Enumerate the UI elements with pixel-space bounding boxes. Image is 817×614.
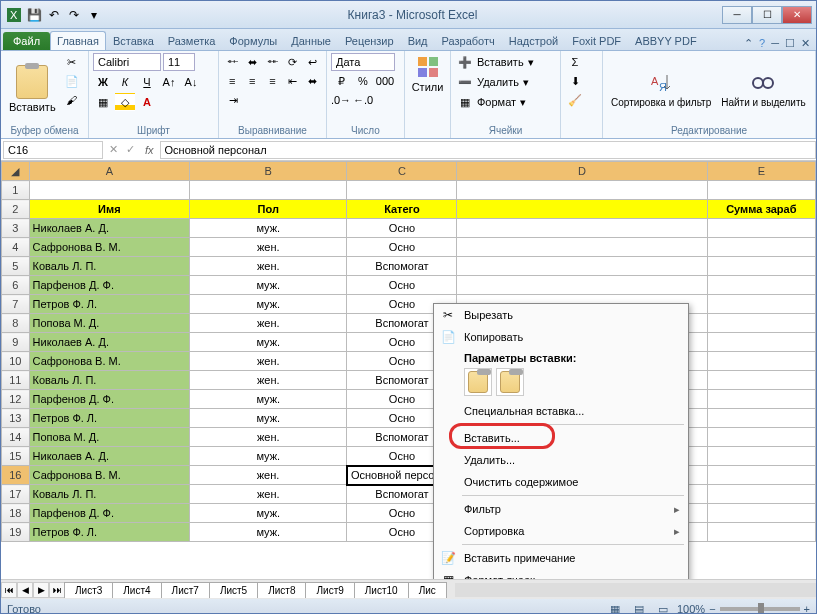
bold-icon[interactable]: Ж (93, 73, 113, 91)
zoom-level[interactable]: 100% (677, 603, 705, 614)
grow-font-icon[interactable]: A↑ (159, 73, 179, 91)
autosum-icon[interactable]: Σ (565, 53, 585, 71)
cell[interactable] (707, 219, 815, 238)
view-layout-icon[interactable]: ▤ (629, 600, 649, 614)
col-header[interactable]: C (347, 162, 457, 181)
row-header[interactable]: 10 (2, 352, 30, 371)
col-header[interactable]: B (190, 162, 347, 181)
file-tab[interactable]: Файл (3, 32, 50, 50)
tab-foxit[interactable]: Foxit PDF (565, 31, 628, 50)
tab-review[interactable]: Рецензир (338, 31, 401, 50)
merge-icon[interactable]: ⬌ (304, 72, 322, 90)
nav-prev-icon[interactable]: ◀ (17, 582, 33, 598)
border-icon[interactable]: ▦ (93, 93, 113, 111)
horizontal-scrollbar[interactable] (455, 583, 816, 597)
cell[interactable] (707, 523, 815, 542)
tab-developer[interactable]: Разработч (435, 31, 502, 50)
cell[interactable] (457, 238, 707, 257)
row-header[interactable]: 16 (2, 466, 30, 485)
cell[interactable] (707, 257, 815, 276)
cell[interactable] (707, 238, 815, 257)
tab-formulas[interactable]: Формулы (222, 31, 284, 50)
undo-icon[interactable]: ↶ (45, 6, 63, 24)
name-box[interactable]: C16 (3, 141, 103, 159)
row-header[interactable]: 11 (2, 371, 30, 390)
row-header[interactable]: 5 (2, 257, 30, 276)
ctx-sort[interactable]: Сортировка▸ (434, 520, 688, 542)
help-icon[interactable]: ? (759, 37, 765, 50)
cell[interactable]: Вспомогат (347, 257, 457, 276)
align-mid-icon[interactable]: ⬌ (243, 53, 261, 71)
nav-last-icon[interactable]: ⏭ (49, 582, 65, 598)
row-header[interactable]: 7 (2, 295, 30, 314)
cut-icon[interactable]: ✂ (62, 53, 82, 71)
font-color-icon[interactable]: A (137, 93, 157, 111)
font-combo[interactable]: Calibri (93, 53, 161, 71)
wrap-icon[interactable]: ↩ (304, 53, 322, 71)
fx-icon[interactable]: fx (139, 144, 160, 156)
comma-icon[interactable]: 000 (375, 72, 395, 90)
zoom-in-icon[interactable]: + (804, 603, 810, 614)
row-header[interactable]: 8 (2, 314, 30, 333)
ctx-filter[interactable]: Фильтр▸ (434, 498, 688, 520)
tab-data[interactable]: Данные (284, 31, 338, 50)
cell[interactable]: муж. (190, 276, 347, 295)
ctx-clear[interactable]: Очистить содержимое (434, 471, 688, 493)
doc-min-icon[interactable]: ─ (771, 37, 779, 50)
cell[interactable] (707, 390, 815, 409)
cell[interactable] (707, 409, 815, 428)
tab-home[interactable]: Главная (50, 31, 106, 50)
align-right-icon[interactable]: ≡ (263, 72, 281, 90)
cell[interactable]: Катего (347, 200, 457, 219)
cell[interactable] (707, 276, 815, 295)
row-header[interactable]: 9 (2, 333, 30, 352)
cell[interactable] (707, 314, 815, 333)
align-center-icon[interactable]: ≡ (243, 72, 261, 90)
cell[interactable] (707, 447, 815, 466)
nav-next-icon[interactable]: ▶ (33, 582, 49, 598)
cell[interactable]: Петров Ф. Л. (29, 409, 190, 428)
cell[interactable] (457, 200, 707, 219)
ctx-comment[interactable]: 📝Вставить примечание (434, 547, 688, 569)
shrink-font-icon[interactable]: A↓ (181, 73, 201, 91)
row-header[interactable]: 1 (2, 181, 30, 200)
cell[interactable]: Осно (347, 219, 457, 238)
cell[interactable] (707, 428, 815, 447)
cell[interactable]: Коваль Л. П. (29, 485, 190, 504)
zoom-slider[interactable] (720, 607, 800, 611)
row-header[interactable]: 15 (2, 447, 30, 466)
align-left-icon[interactable]: ≡ (223, 72, 241, 90)
ctx-paste-special[interactable]: Специальная вставка... (434, 400, 688, 422)
format-cell-icon[interactable]: ▦ (455, 93, 475, 111)
clear-icon[interactable]: 🧹 (565, 91, 585, 109)
maximize-button[interactable]: ☐ (752, 6, 782, 24)
row-header[interactable]: 13 (2, 409, 30, 428)
redo-icon[interactable]: ↷ (65, 6, 83, 24)
cell[interactable] (457, 219, 707, 238)
sort-filter-button[interactable]: АЯ Сортировка и фильтр (607, 53, 715, 125)
sheet-tab[interactable]: Лист8 (257, 582, 306, 598)
minimize-button[interactable]: ─ (722, 6, 752, 24)
ctx-cut[interactable]: ✂Вырезать (434, 304, 688, 326)
view-break-icon[interactable]: ▭ (653, 600, 673, 614)
cell[interactable]: жен. (190, 371, 347, 390)
row-header[interactable]: 3 (2, 219, 30, 238)
cell[interactable]: Петров Ф. Л. (29, 523, 190, 542)
cell[interactable]: муж. (190, 504, 347, 523)
cell[interactable]: Коваль Л. П. (29, 257, 190, 276)
formula-input[interactable]: Основной персонал (160, 141, 816, 159)
cell[interactable]: муж. (190, 390, 347, 409)
cell[interactable]: муж. (190, 219, 347, 238)
cell[interactable]: Коваль Л. П. (29, 371, 190, 390)
paste-option-icon[interactable] (496, 368, 524, 396)
cell[interactable]: жен. (190, 352, 347, 371)
row-header[interactable]: 12 (2, 390, 30, 409)
sheet-tab[interactable]: Лист3 (64, 582, 113, 598)
cell[interactable]: Пол (190, 200, 347, 219)
row-header[interactable]: 14 (2, 428, 30, 447)
cell[interactable] (457, 257, 707, 276)
cell[interactable]: Попова М. Д. (29, 314, 190, 333)
tab-layout[interactable]: Разметка (161, 31, 223, 50)
row-header[interactable]: 4 (2, 238, 30, 257)
col-header[interactable]: E (707, 162, 815, 181)
